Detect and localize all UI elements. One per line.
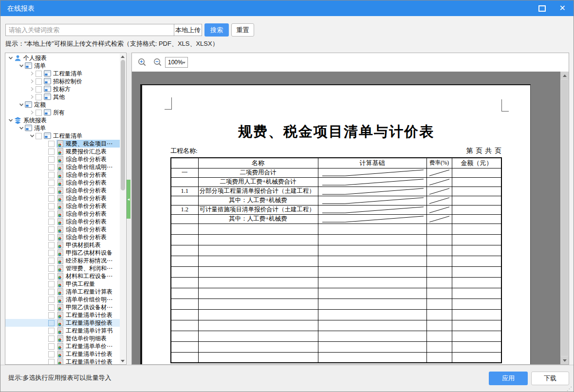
tree-node[interactable]: 系统报表 (5, 116, 120, 124)
tree-node[interactable]: 甲限乙供设备材⋯ (5, 303, 120, 311)
tree-checkbox[interactable] (48, 328, 55, 334)
tree-checkbox[interactable] (48, 281, 55, 287)
scroll-down-icon[interactable] (120, 358, 126, 364)
tree-node[interactable]: 综合单价分析表 (5, 179, 120, 187)
tree-node[interactable]: 清单 (5, 124, 120, 132)
tree-checkbox[interactable] (48, 141, 55, 147)
maximize-icon[interactable] (538, 5, 546, 12)
zoom-in-icon[interactable] (138, 58, 147, 67)
local-upload-button[interactable]: 本地上传 (174, 24, 202, 36)
tree-node[interactable]: 综合单价分析表 (5, 233, 120, 241)
tree-node[interactable]: 工程量清单报价表 (5, 319, 120, 327)
tree-checkbox[interactable] (48, 187, 55, 194)
tree-checkbox[interactable] (36, 94, 42, 100)
tree-checkbox[interactable] (48, 242, 55, 248)
tree-node[interactable]: 综合单价分析表 (5, 210, 120, 218)
tree-checkbox[interactable] (48, 234, 55, 241)
chevron-right-icon[interactable] (29, 85, 36, 93)
tree-node[interactable]: 其他 (5, 93, 120, 101)
tree-node[interactable]: 甲供材损耗表 (5, 241, 120, 249)
tree-node[interactable]: 综合单价组成明⋯ (5, 163, 120, 171)
resize-grip[interactable]: ⋰ (567, 386, 572, 392)
tree-node[interactable]: 管理费、利润和⋯ (5, 264, 120, 272)
reset-button[interactable]: 重置 (231, 23, 254, 37)
tree-checkbox[interactable] (48, 320, 55, 326)
tree-checkbox[interactable] (48, 273, 55, 280)
tree-node[interactable]: 综合单价分析表 (5, 155, 120, 163)
tree-checkbox[interactable] (48, 265, 55, 272)
tree-checkbox[interactable] (48, 258, 55, 264)
tree-node[interactable]: 综合单价分析表 (5, 187, 120, 194)
search-button[interactable]: 搜索 (204, 23, 229, 37)
chevron-down-icon[interactable] (29, 132, 36, 140)
tree-checkbox[interactable] (48, 304, 55, 311)
preview-scrollbar[interactable] (560, 72, 569, 364)
preview-scrollbar-thumb[interactable] (561, 80, 568, 356)
tree-checkbox[interactable] (48, 359, 55, 365)
tree-checkbox[interactable] (48, 226, 55, 233)
tree-node[interactable]: 工程量清单计价表 (5, 358, 120, 364)
tree-node[interactable]: 材料和工程设备⋯ (5, 272, 120, 280)
tree-checkbox[interactable] (48, 336, 55, 342)
tree-node[interactable]: 暂估单价明细表 (5, 335, 120, 342)
tree-checkbox[interactable] (48, 195, 55, 202)
tree-node[interactable]: 综合单价分析表 (5, 171, 120, 179)
tree-checkbox[interactable] (48, 203, 55, 209)
tree-checkbox[interactable] (48, 211, 55, 217)
tree-checkbox[interactable] (48, 312, 55, 318)
tree-node[interactable]: 甲供工程量 (5, 280, 120, 288)
tree-node[interactable]: 投标方 (5, 85, 120, 93)
scroll-up-icon[interactable] (560, 72, 569, 79)
tree-checkbox[interactable] (36, 110, 42, 116)
tree-checkbox[interactable] (48, 164, 55, 170)
zoom-level-select[interactable]: 100% (165, 57, 188, 68)
zoom-out-icon[interactable] (153, 58, 162, 67)
chevron-right-icon[interactable] (29, 109, 36, 116)
tree-node[interactable]: 清单 (5, 62, 120, 70)
tree-node[interactable]: 工程量清单单价⋯ (5, 342, 120, 350)
tree-node[interactable]: 经济标开标情况⋯ (5, 257, 120, 264)
tree-checkbox[interactable] (48, 289, 55, 295)
tree-node[interactable]: 个人报表 (5, 54, 120, 62)
tree-checkbox[interactable] (48, 297, 55, 303)
tree-node[interactable]: 工程量清单 (5, 132, 120, 140)
tree-node[interactable]: 清单单价组价明⋯ (5, 296, 120, 303)
tree-checkbox[interactable] (48, 219, 55, 225)
tree-node[interactable]: 规费报价汇总表 (5, 148, 120, 155)
tree-checkbox[interactable] (48, 343, 55, 350)
tree-checkbox[interactable] (48, 180, 55, 186)
tree-node[interactable]: 综合单价分析表 (5, 218, 120, 225)
tree-scrollbar[interactable] (120, 54, 126, 364)
chevron-down-icon[interactable] (7, 116, 14, 124)
tree-node[interactable]: 招标控制价 (5, 77, 120, 85)
chevron-right-icon[interactable] (29, 70, 36, 77)
tree-scrollbar-thumb[interactable] (121, 60, 125, 190)
tree-node[interactable]: 工程量清单计算书 (5, 327, 120, 335)
tree-checkbox[interactable] (48, 156, 55, 163)
tree-node[interactable]: 规费、税金项目⋯ (5, 140, 120, 148)
tree-checkbox[interactable] (36, 71, 42, 77)
tree-checkbox[interactable] (48, 149, 55, 155)
chevron-right-icon[interactable] (29, 93, 36, 101)
scroll-up-icon[interactable] (120, 54, 126, 59)
panel-splitter[interactable]: ◂ (127, 53, 131, 365)
tree-node[interactable]: 所有 (5, 109, 120, 116)
tree-checkbox[interactable] (36, 133, 42, 139)
tree-node[interactable]: 工程量清单 (5, 70, 120, 77)
chevron-down-icon[interactable] (18, 101, 25, 109)
tree-node[interactable]: 综合单价分析表 (5, 202, 120, 210)
chevron-down-icon[interactable] (7, 54, 14, 62)
scroll-down-icon[interactable] (560, 356, 569, 364)
search-input[interactable] (5, 24, 174, 36)
chevron-down-icon[interactable] (18, 124, 25, 132)
collapse-handle[interactable]: ◂ (127, 180, 130, 219)
chevron-right-icon[interactable] (29, 77, 36, 85)
close-icon[interactable]: ✕ (559, 0, 566, 16)
tree-checkbox[interactable] (36, 78, 42, 85)
tree-node[interactable]: 综合单价分析表 (5, 194, 120, 202)
tree-node[interactable]: 工程量清单计价表 (5, 311, 120, 319)
download-button[interactable]: 下载 (531, 372, 569, 385)
tree-checkbox[interactable] (48, 250, 55, 256)
apply-button[interactable]: 应用 (489, 372, 528, 385)
chevron-down-icon[interactable] (18, 62, 25, 70)
